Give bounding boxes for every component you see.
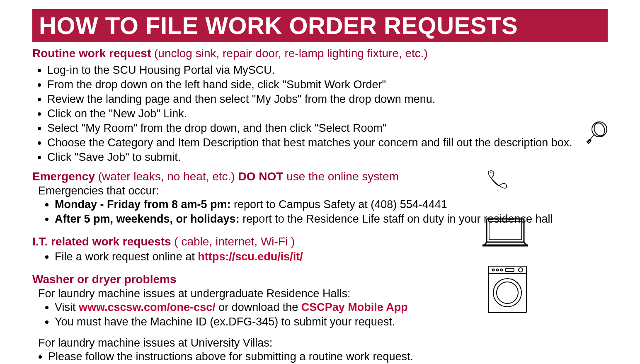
villas-step: Please follow the instructions above for… xyxy=(48,349,608,364)
it-step-text: File a work request online at xyxy=(55,250,198,263)
washer-icon xyxy=(487,265,528,314)
routine-step: Log-in to the SCU Housing Portal via MyS… xyxy=(47,63,608,78)
routine-step: Click on the "New Job" Link. xyxy=(47,107,608,121)
svg-point-7 xyxy=(492,269,495,271)
villas-steps: Please follow the instructions above for… xyxy=(48,349,608,364)
laundry-link[interactable]: www.cscsw.com/one-csc/ xyxy=(79,301,216,313)
laundry-step: You must have the Machine ID (ex.DFG-345… xyxy=(55,315,608,329)
emergency-item-rest: report to Campus Safety at (408) 554-444… xyxy=(231,198,447,211)
svg-point-13 xyxy=(497,282,518,303)
svg-point-8 xyxy=(497,269,499,271)
routine-step: Choose the Category and Item Description… xyxy=(47,136,608,150)
emergency-detail2: use the online system xyxy=(283,170,399,183)
routine-step: Review the landing page and then select … xyxy=(47,92,608,107)
svg-point-12 xyxy=(493,279,521,307)
emergency-intro: Emergencies that occur: xyxy=(38,184,608,197)
emergency-item-bold: After 5 pm, weekends, or holidays: xyxy=(55,213,240,225)
svg-rect-10 xyxy=(506,268,514,272)
emergency-item-bold: Monday - Friday from 8 am-5 pm: xyxy=(55,198,231,211)
emergency-donot: DO NOT xyxy=(238,170,283,183)
emergency-item: Monday - Friday from 8 am-5 pm: report t… xyxy=(55,197,608,212)
laundry-step-text: Visit xyxy=(55,301,79,313)
routine-step: From the drop down on the left hand side… xyxy=(47,78,608,92)
page: HOW TO FILE WORK ORDER REQUESTS Routine … xyxy=(0,0,640,364)
routine-steps: Log-in to the SCU Housing Portal via MyS… xyxy=(47,63,608,165)
laundry-app[interactable]: CSCPay Mobile App xyxy=(301,301,408,313)
emergency-lead: Emergency xyxy=(32,170,95,183)
routine-step: Click "Save Job" to submit. xyxy=(47,150,608,165)
routine-header: Routine work request (unclog sink, repai… xyxy=(32,46,608,61)
laundry-lead: Washer or dryer problems xyxy=(32,273,177,286)
magnifier-icon xyxy=(585,120,611,146)
it-detail: ( cable, internet, Wi-Fi ) xyxy=(171,235,295,248)
laptop-icon xyxy=(481,216,530,249)
svg-point-11 xyxy=(519,268,523,272)
laundry-step-mid: or download the xyxy=(216,301,301,313)
it-lead: I.T. related work requests xyxy=(32,235,171,248)
svg-rect-4 xyxy=(489,221,521,240)
page-title: HOW TO FILE WORK ORDER REQUESTS xyxy=(32,9,608,42)
it-steps: File a work request online at https://sc… xyxy=(55,250,608,264)
it-step: File a work request online at https://sc… xyxy=(55,250,608,264)
routine-detail: (unclog sink, repair door, re-lamp light… xyxy=(151,47,428,60)
routine-lead: Routine work request xyxy=(32,47,151,60)
svg-rect-3 xyxy=(487,219,524,242)
svg-point-9 xyxy=(501,269,503,271)
routine-step: Select "My Room" from the drop down, and… xyxy=(47,121,608,136)
phone-icon xyxy=(486,169,508,189)
it-link[interactable]: https://scu.edu/is/it/ xyxy=(198,250,303,263)
villas-intro: For laundry machine issues at University… xyxy=(38,337,608,349)
emergency-header: Emergency (water leaks, no heat, etc.) D… xyxy=(32,169,608,184)
emergency-detail1: (water leaks, no heat, etc.) xyxy=(95,170,238,183)
